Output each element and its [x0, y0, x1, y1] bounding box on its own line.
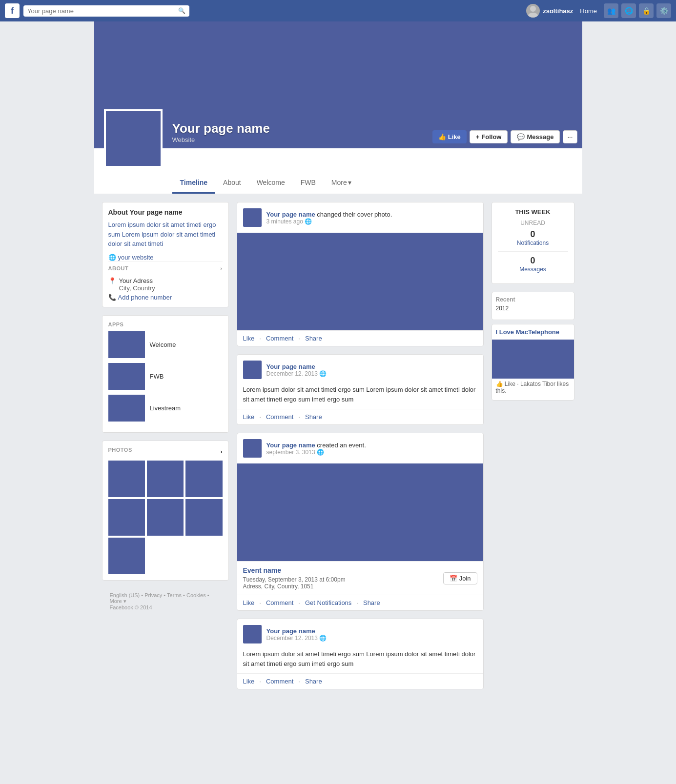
add-phone-button[interactable]: 📞 Add phone number [108, 294, 223, 301]
comment-action-1[interactable]: Comment [266, 335, 293, 342]
post-actions-4: Like · Comment · Share [237, 673, 483, 689]
notifications-count: 0 [498, 229, 568, 240]
post-author-4[interactable]: Your page name [266, 627, 315, 635]
profile-picture [104, 109, 163, 168]
globe-icon[interactable]: 🌐 [621, 3, 636, 18]
friends-icon[interactable]: 👥 [604, 3, 618, 18]
photos-chevron-icon[interactable]: › [220, 448, 222, 455]
address-row: 📍 Your Adress City, Country [108, 277, 223, 292]
get-notifications-action[interactable]: Get Notifications [305, 599, 351, 606]
app-name-welcome: Welcome [150, 341, 176, 348]
post-text-content-2: Lorem ipsum dolor sit amet timeti ergo s… [237, 649, 483, 673]
follow-button[interactable]: + Follow [470, 130, 508, 143]
post-author-3[interactable]: Your page name [266, 442, 315, 449]
website-link[interactable]: 🌐 your website [108, 254, 223, 261]
footer-more[interactable]: More ▾ [110, 598, 126, 604]
photo-3[interactable] [185, 461, 222, 497]
footer-terms[interactable]: Terms [167, 592, 182, 598]
app-fwb[interactable]: FWB [108, 363, 223, 390]
tab-timeline[interactable]: Timeline [172, 173, 216, 194]
footer: English (US) • Privacy • Terms • Cookies… [102, 588, 229, 620]
chevron-down-icon: ▾ [348, 179, 351, 186]
facebook-logo: f [5, 3, 20, 18]
tab-fwb[interactable]: FWB [293, 173, 324, 194]
lock-icon[interactable]: 🔒 [639, 3, 654, 18]
event-address: Adress, City, Country, 1051 [243, 583, 346, 590]
join-button[interactable]: 📅 Join [443, 572, 477, 584]
about-title: About Your page name [108, 208, 223, 216]
photo-7[interactable] [108, 538, 145, 574]
post-actions-3: Like · Comment · Get Notifications · Sha… [237, 595, 483, 610]
search-input[interactable] [27, 7, 176, 15]
suggested-page-name[interactable]: I Love MacTelephone [492, 324, 574, 340]
cover-buttons: 👍 Like + Follow 💬 Message ··· [432, 130, 577, 143]
like-button[interactable]: 👍 Like [432, 130, 467, 143]
app-welcome[interactable]: Welcome [108, 331, 223, 358]
suggested-like-label[interactable]: Like [505, 381, 515, 387]
post-text-2: Your page name December 12. 2013 🌐 Lorem… [237, 619, 484, 689]
tab-about[interactable]: About [215, 173, 249, 194]
svg-point-1 [528, 13, 538, 18]
comment-action-2[interactable]: Comment [266, 413, 293, 421]
comment-action-4[interactable]: Comment [266, 678, 293, 685]
footer-english[interactable]: English (US) [110, 592, 140, 598]
recent-label: Recent [496, 296, 570, 303]
post-header-3: Your page name created an event. septemb… [237, 433, 483, 463]
post-time-2: December 12. 2013 🌐 [266, 370, 477, 377]
right-panel: THIS WEEK UNREAD 0 Notifications 0 Messa… [492, 202, 574, 697]
event-info: Event name Tuesday, September 3, 2013 at… [237, 561, 483, 595]
photo-1[interactable] [108, 461, 145, 497]
about-card: About Your page name Lorem ipsum dolor s… [102, 202, 229, 307]
footer-privacy[interactable]: Privacy [144, 592, 162, 598]
like-action-4[interactable]: Like [243, 678, 255, 685]
about-section-header: ABOUT › [108, 261, 223, 273]
tab-welcome[interactable]: Welcome [249, 173, 293, 194]
share-action-4[interactable]: Share [305, 678, 322, 685]
city-country: City, Country [119, 284, 155, 292]
post-avatar-3 [243, 439, 262, 458]
svg-point-0 [530, 6, 536, 12]
nav-right: zsoltihasz Home 👥 🌐 🔒 ⚙️ [526, 3, 671, 18]
app-livestream[interactable]: Livestream [108, 395, 223, 422]
post-text-content-1: Lorem ipsum dolor sit amet timeti ergo s… [237, 385, 483, 409]
message-button[interactable]: 💬 Message [511, 130, 560, 143]
nav-username[interactable]: zsoltihasz [543, 7, 573, 15]
app-thumb-welcome [108, 331, 145, 358]
post-event: Your page name created an event. septemb… [237, 433, 484, 611]
search-bar[interactable]: 🔍 [23, 5, 189, 17]
like-action-1[interactable]: Like [243, 335, 255, 342]
notifications-label[interactable]: Notifications [498, 240, 568, 246]
app-thumb-fwb [108, 363, 145, 390]
like-action-3[interactable]: Like [243, 599, 255, 606]
tab-more[interactable]: More ▾ [324, 173, 359, 194]
apps-card: APPS Welcome FWB Livestream [102, 315, 229, 433]
post-avatar-2 [243, 361, 262, 379]
settings-icon[interactable]: ⚙️ [656, 3, 671, 18]
post-avatar-1 [243, 208, 262, 227]
share-action-2[interactable]: Share [305, 413, 322, 421]
share-action-3[interactable]: Share [363, 599, 380, 606]
photo-5[interactable] [147, 499, 184, 536]
post-header-2: Your page name December 12. 2013 🌐 [237, 355, 483, 385]
footer-cookies[interactable]: Cookies [186, 592, 206, 598]
avatar [526, 4, 540, 18]
recent-box: Recent 2012 [492, 292, 574, 320]
more-button[interactable]: ··· [563, 130, 577, 143]
post-meta-4: Your page name December 12. 2013 🌐 [266, 627, 477, 642]
app-thumb-livestream [108, 395, 145, 422]
photo-2[interactable] [147, 461, 184, 497]
photo-4[interactable] [108, 499, 145, 536]
photos-header: PHOTOS › [108, 447, 223, 457]
home-button[interactable]: Home [576, 5, 601, 17]
post-author-2[interactable]: Your page name [266, 363, 315, 370]
share-action-1[interactable]: Share [305, 335, 322, 342]
photo-6[interactable] [185, 499, 222, 536]
post-author-1: Your page name changed their cover photo… [266, 211, 477, 218]
event-row: Event name Tuesday, September 3, 2013 at… [243, 566, 477, 590]
comment-action-3[interactable]: Comment [266, 599, 293, 606]
like-action-2[interactable]: Like [243, 413, 255, 421]
thumbs-up-icon: 👍 [438, 133, 446, 141]
sidebar: About Your page name Lorem ipsum dolor s… [102, 202, 229, 697]
messages-label[interactable]: Messages [498, 266, 568, 273]
thumbs-up-small-icon: 👍 [496, 381, 503, 387]
